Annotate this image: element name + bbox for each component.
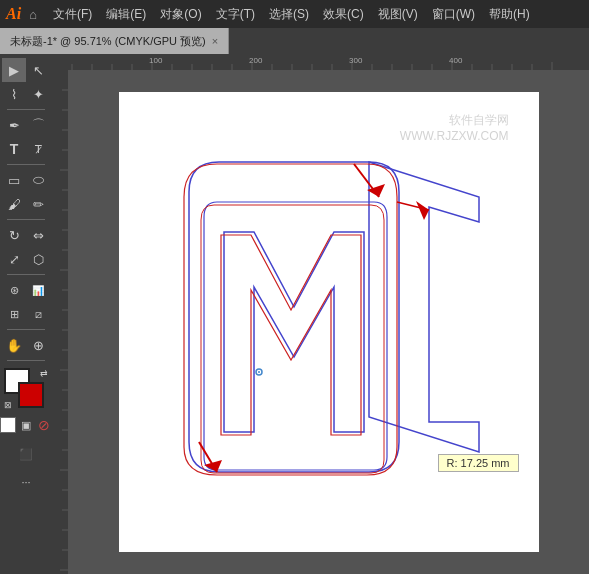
pen-tool[interactable]: ✒ xyxy=(2,113,26,137)
title-bar: Ai ⌂ 文件(F) 编辑(E) 对象(O) 文字(T) 选择(S) 效果(C)… xyxy=(0,0,589,28)
slice-tool[interactable]: ⧄ xyxy=(26,302,50,326)
home-icon[interactable]: ⌂ xyxy=(29,7,37,22)
menu-file[interactable]: 文件(F) xyxy=(47,4,98,25)
center-dot-fill xyxy=(258,371,260,373)
toolbar-divider-4 xyxy=(7,274,45,275)
shear-tool[interactable]: ⬡ xyxy=(26,247,50,271)
svg-text:300: 300 xyxy=(349,56,363,65)
ruler-left xyxy=(52,70,68,574)
m-letter-blue xyxy=(224,232,364,432)
paintbrush-tool[interactable]: 🖌 xyxy=(2,192,26,216)
symbol-sprayer-tool[interactable]: ⊛ xyxy=(2,278,26,302)
solid-color-button[interactable] xyxy=(0,417,16,433)
m-letter-red xyxy=(221,235,361,435)
ruler-top: 100 200 300 400 xyxy=(52,54,589,70)
menu-object[interactable]: 对象(O) xyxy=(154,4,207,25)
toolbar-divider-6 xyxy=(7,360,45,361)
menu-effect[interactable]: 效果(C) xyxy=(317,4,370,25)
tab-bar: 未标题-1* @ 95.71% (CMYK/GPU 预览) × xyxy=(0,28,589,54)
column-graph-tool[interactable]: 📊 xyxy=(26,278,50,302)
canvas-area: 100 200 300 400 xyxy=(52,54,589,574)
main-layout: ▶ ↖ ⌇ ✦ ✒ ⌒ T T̷ ▭ ⬭ 🖌 ✏ ↻ ⇔ ⤢ xyxy=(0,54,589,574)
inner-border-red xyxy=(201,205,384,473)
reset-colors-icon[interactable]: ⊠ xyxy=(4,400,12,410)
svg-text:100: 100 xyxy=(149,56,163,65)
watermark: 软件自学网 WWW.RJZXW.COM xyxy=(400,112,509,143)
front-outline-red xyxy=(184,164,397,475)
svg-rect-30 xyxy=(52,70,68,574)
rectangle-tool[interactable]: ▭ xyxy=(2,168,26,192)
arrow-top-right xyxy=(397,201,429,220)
zoom-tool[interactable]: ⊕ xyxy=(26,333,50,357)
tab-label: 未标题-1* @ 95.71% (CMYK/GPU 预览) xyxy=(10,34,206,49)
ai-logo: Ai xyxy=(6,5,21,23)
svg-marker-61 xyxy=(416,201,429,220)
none-button[interactable]: ⊘ xyxy=(35,416,52,434)
tab-close-button[interactable]: × xyxy=(212,35,218,47)
side-face-path xyxy=(369,162,479,452)
pencil-tool[interactable]: ✏ xyxy=(26,192,50,216)
artboard-tool[interactable]: ⊞ xyxy=(2,302,26,326)
watermark-line2: WWW.RJZXW.COM xyxy=(400,129,509,143)
menu-bar: 文件(F) 编辑(E) 对象(O) 文字(T) 选择(S) 效果(C) 视图(V… xyxy=(47,4,536,25)
select-tool[interactable]: ▶ xyxy=(2,58,26,82)
menu-select[interactable]: 选择(S) xyxy=(263,4,315,25)
more-tools[interactable]: ··· xyxy=(14,470,38,494)
stroke-swatch[interactable] xyxy=(18,382,44,408)
inner-border-blue xyxy=(204,202,387,470)
svg-rect-0 xyxy=(52,54,589,70)
scale-tool[interactable]: ⤢ xyxy=(2,247,26,271)
color-swatch-area[interactable]: ⇄ ⊠ xyxy=(4,368,48,412)
hand-tool[interactable]: ✋ xyxy=(2,333,26,357)
menu-edit[interactable]: 编辑(E) xyxy=(100,4,152,25)
swap-colors-icon[interactable]: ⇄ xyxy=(40,368,48,378)
white-canvas: 软件自学网 WWW.RJZXW.COM xyxy=(119,92,539,552)
m-letter xyxy=(221,232,364,435)
back-face xyxy=(369,162,479,452)
svg-text:400: 400 xyxy=(449,56,463,65)
curvature-tool[interactable]: ⌒ xyxy=(26,113,50,137)
change-screen-mode[interactable]: ⬛ xyxy=(14,442,38,466)
radius-value: R: 17.25 mm xyxy=(447,457,510,469)
menu-text[interactable]: 文字(T) xyxy=(210,4,261,25)
gradient-button[interactable]: ▣ xyxy=(17,416,35,434)
radius-tooltip: R: 17.25 mm xyxy=(438,454,519,472)
document-tab[interactable]: 未标题-1* @ 95.71% (CMYK/GPU 预览) × xyxy=(0,28,229,54)
lasso-tool[interactable]: ⌇ xyxy=(2,82,26,106)
type-tool[interactable]: T xyxy=(2,137,26,161)
ellipse-tool[interactable]: ⬭ xyxy=(26,168,50,192)
menu-window[interactable]: 窗口(W) xyxy=(426,4,481,25)
menu-view[interactable]: 视图(V) xyxy=(372,4,424,25)
left-toolbar: ▶ ↖ ⌇ ✦ ✒ ⌒ T T̷ ▭ ⬭ 🖌 ✏ ↻ ⇔ ⤢ xyxy=(0,54,52,574)
type-vertical-tool[interactable]: T̷ xyxy=(26,137,50,161)
svg-text:200: 200 xyxy=(249,56,263,65)
toolbar-divider-3 xyxy=(7,219,45,220)
toolbar-divider-2 xyxy=(7,164,45,165)
direct-select-tool[interactable]: ↖ xyxy=(26,58,50,82)
reflect-tool[interactable]: ⇔ xyxy=(26,223,50,247)
watermark-line1: 软件自学网 xyxy=(400,112,509,129)
toolbar-divider-1 xyxy=(7,109,45,110)
color-mode-row: ▣ ⊘ xyxy=(0,416,52,434)
magic-wand-tool[interactable]: ✦ xyxy=(26,82,50,106)
front-face xyxy=(184,162,399,475)
toolbar-divider-5 xyxy=(7,329,45,330)
canvas-content: 软件自学网 WWW.RJZXW.COM xyxy=(68,70,589,574)
menu-help[interactable]: 帮助(H) xyxy=(483,4,536,25)
rotate-tool[interactable]: ↻ xyxy=(2,223,26,247)
